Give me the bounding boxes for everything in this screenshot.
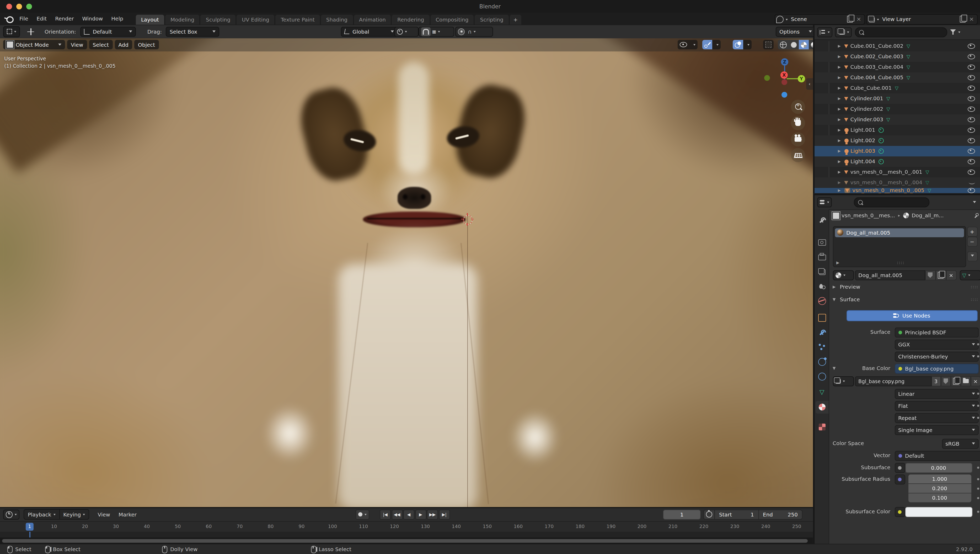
browse-image-dropdown[interactable] — [833, 376, 854, 386]
tab-particles[interactable] — [815, 341, 829, 353]
keying-menu[interactable]: Keying — [59, 510, 89, 519]
toggle-orthographic-button[interactable] — [791, 148, 805, 162]
hide-eye-icon[interactable] — [967, 106, 975, 112]
current-frame-field[interactable]: 1 — [663, 509, 701, 519]
slot-specials-dropdown[interactable] — [967, 251, 977, 261]
unlink-scene-button[interactable]: × — [854, 16, 863, 22]
tab-world[interactable] — [815, 295, 829, 307]
outliner-row[interactable]: ▶▼ vsn_mesh_0__mesh_0_.001▽ — [814, 167, 980, 177]
show-object-types-dropdown[interactable] — [689, 40, 698, 49]
workspace-tab-sculpting[interactable]: Sculpting — [200, 15, 235, 25]
subsurface-socket[interactable] — [894, 463, 905, 473]
hide-eye-icon[interactable] — [967, 85, 975, 91]
browse-material-dropdown[interactable] — [833, 270, 854, 280]
timeline-marker-menu[interactable]: Marker — [115, 511, 141, 517]
subsurface-radius-z[interactable]: 0.100 — [908, 493, 971, 502]
playback-menu[interactable]: Playback — [24, 510, 59, 519]
use-nodes-button[interactable]: Use Nodes — [846, 310, 977, 321]
show-gizmo-toggle[interactable] — [702, 40, 712, 49]
viewport-3d[interactable]: Object Mode View Select Add Object — [0, 38, 813, 507]
hide-eye-icon[interactable] — [967, 127, 975, 133]
gizmo-dropdown[interactable] — [712, 40, 721, 49]
menu-file[interactable]: File — [15, 13, 32, 25]
prev-keyframe-button[interactable]: ◀◀ — [391, 509, 402, 519]
proportional-editing-toggle[interactable] — [458, 28, 465, 35]
viewport-menu-select[interactable]: Select — [89, 40, 113, 49]
hidden-eye-icon[interactable] — [969, 180, 975, 184]
menu-window[interactable]: Window — [78, 13, 107, 25]
breadcrumb-object[interactable]: vsn_mesh_0__mes... — [842, 212, 895, 218]
color-space-dropdown[interactable]: sRGB — [942, 439, 978, 449]
tab-object-data[interactable]: ▽ — [815, 386, 829, 399]
show-overlays-toggle[interactable] — [733, 40, 743, 49]
hide-eye-icon[interactable] — [967, 148, 975, 153]
editor-type-dropdown[interactable] — [817, 27, 832, 37]
drag-dropdown[interactable]: Select Box — [166, 27, 220, 37]
blender-logo-icon[interactable] — [4, 16, 12, 22]
show-object-types-icon[interactable] — [678, 40, 689, 49]
hide-eye-icon[interactable] — [967, 159, 975, 164]
zoom-button[interactable] — [791, 99, 805, 113]
distribution-dropdown[interactable]: GGX — [894, 339, 978, 349]
timeline-track-area[interactable] — [0, 532, 813, 537]
outliner-row[interactable]: ▶▼ Cube.004_Cube.005▽ — [814, 72, 980, 83]
workspace-tab-layout[interactable]: Layout — [136, 15, 164, 25]
remove-slot-button[interactable]: − — [967, 236, 977, 246]
add-slot-button[interactable]: + — [967, 227, 977, 236]
tab-tool[interactable] — [815, 214, 829, 227]
workspace-tab-compositing[interactable]: Compositing — [430, 15, 474, 25]
unlink-image-icon[interactable]: × — [970, 376, 980, 386]
jump-to-start-button[interactable]: |◀ — [380, 509, 391, 519]
axis-z-handle[interactable]: Z — [781, 58, 788, 65]
axis-neg-x-handle[interactable] — [781, 79, 787, 85]
outliner-search-input[interactable] — [855, 27, 947, 37]
scrollbar-thumb[interactable] — [2, 539, 808, 543]
menu-render[interactable]: Render — [51, 13, 78, 25]
navigation-gizmo[interactable]: Z X Y — [755, 54, 813, 106]
axis-neg-y-handle[interactable] — [764, 75, 770, 81]
orientation-dropdown[interactable]: Default — [80, 27, 136, 37]
sidebar-toggle[interactable]: ‹ — [806, 78, 813, 89]
outliner-row[interactable]: ▶▼ Cube_Cube.001▽ — [814, 83, 980, 93]
scene-selector[interactable]: Scene × — [775, 14, 865, 24]
shading-material-preview-button[interactable] — [799, 40, 809, 49]
preview-section-header[interactable]: ▶Preview :::: — [833, 284, 978, 289]
play-button[interactable]: ▶ — [415, 509, 426, 519]
resize-grip[interactable]: :::: — [897, 260, 905, 265]
hide-eye-icon[interactable] — [967, 43, 975, 49]
workspace-tab-texture-paint[interactable]: Texture Paint — [275, 15, 320, 25]
end-frame-field[interactable]: End250 — [759, 511, 802, 517]
subsurface-radius-y[interactable]: 0.200 — [908, 484, 971, 493]
add-workspace-button[interactable]: + — [509, 15, 521, 25]
outliner-row[interactable]: ▶▼ Cylinder.001▽ — [814, 93, 980, 104]
playhead-line[interactable] — [29, 532, 30, 537]
active-tool-dropdown[interactable] — [3, 26, 20, 37]
material-name-field[interactable]: Dog_all_mat.005 — [855, 270, 925, 280]
current-frame-badge[interactable]: 1 — [26, 522, 33, 530]
subsurface-slider[interactable]: 0.000 — [905, 463, 972, 473]
view-layer-selector[interactable]: View Layer × — [867, 14, 978, 24]
surface-shader-field[interactable]: Principled BSDF — [894, 327, 978, 337]
use-preview-range-icon[interactable] — [706, 511, 712, 517]
fake-user-shield-icon[interactable] — [925, 270, 935, 280]
interpolation-dropdown[interactable]: Linear — [894, 389, 978, 399]
move-tool-icon[interactable] — [27, 28, 34, 35]
toggle-xray[interactable] — [763, 40, 774, 49]
display-mode-dropdown[interactable] — [835, 27, 851, 37]
tab-physics[interactable] — [815, 356, 829, 368]
tab-constraints[interactable] — [815, 370, 829, 383]
hide-eye-icon[interactable] — [967, 169, 975, 174]
slot-list-expand-icon[interactable]: ▶ — [836, 260, 840, 265]
subsurface-radius-socket[interactable] — [894, 474, 905, 484]
timeline-ruler[interactable]: 1 10203040506070809010011012013014015016… — [0, 521, 813, 532]
pivot-point-dropdown[interactable] — [395, 27, 418, 37]
base-color-field[interactable]: Bgl_base copy.png — [894, 364, 978, 374]
options-dropdown[interactable]: Options — [776, 27, 816, 37]
outliner-row[interactable]: ▶ Light.001 — [814, 125, 980, 135]
timeline-view-menu[interactable]: View — [93, 511, 114, 517]
duplicate-material-icon[interactable] — [935, 270, 946, 280]
workspace-tab-modeling[interactable]: Modeling — [165, 15, 200, 25]
pan-button[interactable] — [791, 116, 805, 130]
new-scene-button[interactable] — [847, 16, 853, 22]
new-view-layer-button[interactable] — [960, 16, 966, 22]
